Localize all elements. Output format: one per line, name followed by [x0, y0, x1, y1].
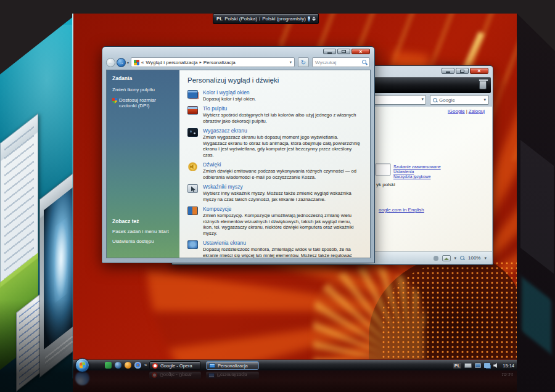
item-display-settings-description: Dopasuj rozdzielczość monitora, zmieniaj… — [203, 247, 362, 258]
window-color-icon — [187, 90, 198, 99]
tray-language-indicator[interactable]: PL — [453, 363, 462, 369]
quick-launch-overflow-icon[interactable]: » — [144, 362, 147, 369]
sidebar-item-change-desktop-icons[interactable]: Zmień ikony pulpitu — [112, 87, 174, 92]
breadcrumb-personalization[interactable]: Personalizacja — [204, 60, 236, 65]
google-search-input-fragment[interactable] — [375, 163, 391, 176]
tray-network-icon[interactable] — [484, 363, 490, 368]
google-side-links: Szukanie zaawansowane Ustawienia Narzędz… — [393, 165, 441, 179]
quick-launch-icon-1[interactable] — [105, 362, 112, 369]
browser-minimize-button[interactable] — [442, 68, 454, 74]
window-body: Zadania Zmień ikony pulpitu Dostosuj roz… — [106, 70, 371, 258]
chevron-down-icon[interactable]: ▾ — [483, 97, 486, 102]
item-mouse-pointers-link[interactable]: Wskaźniki myszy — [203, 184, 362, 190]
browser-search-field[interactable]: Google ▾ — [430, 95, 489, 105]
keyboard-layout-label[interactable]: Polski (programisty) — [262, 16, 306, 22]
recent-pages-dropdown-icon[interactable]: ▾ — [127, 60, 129, 65]
item-screensaver-link[interactable]: Wygaszacz ekranu — [203, 128, 362, 134]
sidebar-item-adjust-font-size-label[interactable]: Dostosuj rozmiar czcionki (DPI) — [119, 97, 174, 108]
tasks-pane: Zadania Zmień ikony pulpitu Dostosuj roz… — [107, 70, 179, 258]
maximize-button[interactable] — [337, 49, 350, 54]
item-window-color-description: Dopasuj kolor i styl okien. — [203, 96, 256, 102]
page-zoom-level[interactable]: 100% — [468, 255, 480, 261]
tray-clock[interactable]: 15:14 — [503, 363, 514, 369]
quick-launch-icon-3[interactable] — [125, 362, 131, 369]
item-mouse-pointers[interactable]: Wskaźniki myszy Wybierz inny wskaźnik my… — [187, 184, 362, 202]
chevron-down-icon[interactable]: ▾ — [454, 256, 457, 261]
images-toggle-icon[interactable] — [442, 255, 451, 261]
login-link[interactable]: Zaloguj — [469, 108, 485, 114]
item-window-color[interactable]: Kolor i wygląd okien Dopasuj kolor i sty… — [187, 89, 362, 102]
back-button[interactable]: ← — [106, 58, 115, 67]
control-panel-search[interactable]: Wyszukaj — [312, 57, 370, 67]
tray-volume-icon[interactable] — [493, 363, 498, 368]
start-button[interactable] — [75, 358, 89, 372]
taskbar-button-opera[interactable]: Google - Opera — [149, 361, 201, 370]
browser-search-value[interactable]: Google — [439, 97, 455, 103]
explorer-icon-rows — [4, 126, 34, 279]
language-tools-link[interactable]: Narzędzia językowe — [393, 174, 441, 179]
quick-launch: » — [105, 362, 147, 369]
taskbar-button-personalization-reflection: Personalizacja — [206, 372, 259, 379]
item-display-settings[interactable]: Ustawienia ekranu Dopasuj rozdzielczość … — [187, 240, 362, 258]
item-screensaver-description: Zmień wygaszacz ekranu lub dopasuj momen… — [203, 134, 362, 158]
item-screensaver[interactable]: Wygaszacz ekranu Zmień wygaszacz ekranu … — [187, 128, 362, 158]
language-bar-options-icon[interactable] — [312, 17, 316, 21]
sidebar-item-taskbar-start-menu[interactable]: Pasek zadań i menu Start — [112, 229, 169, 234]
window-titlebar[interactable]: × — [102, 47, 374, 55]
settings-link[interactable]: Ustawienia — [393, 169, 441, 174]
personalization-window[interactable]: × ← → ▾ « Wygląd i personalizacja ▸ Pers… — [102, 46, 375, 263]
sidebar-item-adjust-font-size[interactable]: Dostosuj rozmiar czcionki (DPI) — [112, 97, 174, 108]
minimize-icon — [446, 71, 450, 73]
item-desktop-background[interactable]: Tło pulpitu Wybierz spośród dostępnych t… — [187, 105, 362, 124]
breadcrumb-appearance[interactable]: Wygląd i personalizacja — [146, 60, 197, 65]
breadcrumb[interactable]: « Wygląd i personalizacja ▸ Personalizac… — [131, 57, 295, 67]
google-english-link[interactable]: oogle.com in English — [379, 207, 424, 213]
mouse-pointers-icon — [187, 184, 198, 193]
item-sounds-link[interactable]: Dźwięki — [203, 161, 362, 168]
tray-display-icon[interactable] — [475, 363, 481, 368]
sidebar-item-ease-of-access[interactable]: Ułatwienia dostępu — [112, 239, 169, 244]
item-themes[interactable]: Kompozycje Zmień kompozycję. Kompozycje … — [187, 206, 362, 236]
address-dropdown-icon[interactable]: ▾ — [290, 60, 292, 65]
close-button[interactable]: × — [352, 49, 370, 54]
advanced-search-link[interactable]: Szukanie zaawansowane — [393, 165, 441, 169]
cube-left-face[interactable] — [0, 0, 73, 392]
breadcrumb-separator-icon: ▸ — [199, 60, 201, 65]
cube-right-face[interactable] — [517, 0, 555, 392]
taskbar-button-personalization[interactable]: Personalizacja — [206, 361, 259, 370]
help-icon[interactable]: ? — [308, 16, 310, 22]
tray-keyboard-icon[interactable] — [464, 363, 472, 368]
item-display-settings-link[interactable]: Ustawienia ekranu — [203, 240, 362, 246]
igoogle-link[interactable]: iGoogle — [448, 108, 465, 114]
taskbar[interactable]: » Google - Opera Personalizacja PL 15:14 — [73, 359, 517, 370]
browser-close-button[interactable]: × — [470, 68, 488, 74]
page-language-text-fragment: yk polski — [376, 182, 395, 187]
closed-tabs-trash-icon[interactable] — [479, 80, 487, 89]
item-window-color-link[interactable]: Kolor i wygląd okien — [203, 89, 256, 96]
maximize-icon — [460, 70, 464, 73]
page-title: Personalizuj wygląd i dźwięki — [187, 76, 362, 84]
search-icon — [362, 60, 367, 65]
hand-pointer-icon[interactable] — [434, 256, 438, 261]
clock-reflection: 15:14 — [501, 372, 513, 377]
start-button-reflection — [75, 371, 89, 385]
language-bar[interactable]: PL Polski (Polska) Polski (programisty) … — [213, 14, 319, 24]
chevron-down-icon[interactable]: ▾ — [484, 256, 487, 261]
quick-launch-icon-4[interactable] — [134, 362, 141, 369]
item-desktop-background-link[interactable]: Tło pulpitu — [203, 105, 362, 112]
item-sounds[interactable]: Dźwięki Zmień dźwięki emitowane podczas … — [187, 161, 362, 180]
language-code[interactable]: PL — [216, 16, 223, 22]
refresh-button[interactable]: ↻ — [298, 57, 309, 67]
browser-maximize-button[interactable] — [456, 68, 469, 74]
language-name-label[interactable]: Polski (Polska) — [224, 16, 257, 22]
forward-button[interactable]: → — [117, 58, 126, 67]
item-themes-link[interactable]: Kompozycje — [203, 206, 362, 212]
google-account-links: iGoogle|Zaloguj — [448, 108, 485, 114]
minimize-button[interactable] — [323, 49, 336, 54]
item-sounds-description: Zmień dźwięki emitowane podczas wykonywa… — [203, 168, 362, 180]
chevron-down-icon[interactable]: ▾ — [421, 97, 424, 102]
item-themes-description: Zmień kompozycję. Kompozycje umożliwiają… — [203, 213, 362, 236]
system-tray: PL 15:14 — [453, 360, 514, 371]
quick-launch-icon-2[interactable] — [115, 362, 121, 369]
desktop-background-icon — [187, 106, 198, 115]
